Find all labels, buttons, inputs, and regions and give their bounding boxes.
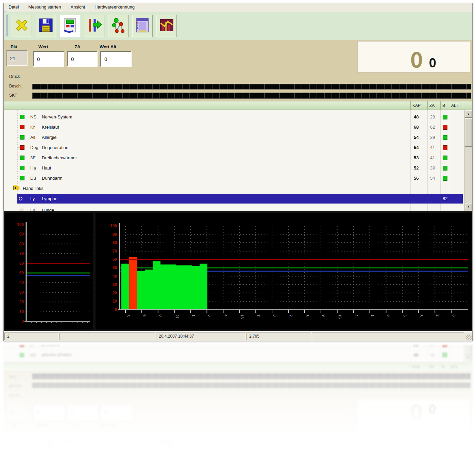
menu-item-hardwareerkennung[interactable]: Hardwareerkennung	[94, 463, 134, 468]
probe-button[interactable]	[84, 15, 104, 37]
menu-item-ansicht[interactable]: Ansicht	[70, 4, 85, 10]
vertical-scrollbar[interactable]: ▲ ▼	[464, 110, 472, 211]
row-za-value: 62	[430, 345, 439, 347]
row-code: Lu	[30, 208, 35, 211]
row-za-value: 62	[430, 125, 440, 130]
wert-value: 0	[37, 56, 40, 62]
svg-text:21: 21	[175, 314, 179, 319]
table-row[interactable]: NSNerven-System4828	[3, 350, 473, 360]
resize-grip[interactable]	[466, 335, 472, 340]
svg-text:8: 8	[159, 314, 163, 317]
folder-icon	[13, 186, 19, 190]
cancel-icon	[13, 17, 30, 35]
svg-text:8: 8	[273, 314, 277, 317]
cancel-button[interactable]	[11, 435, 32, 457]
menu-item-datei[interactable]: Datei	[8, 4, 19, 10]
scroll-up-button[interactable]: ▲	[464, 354, 472, 362]
screen: DateiMessung startenAnsichtHardwareerken…	[0, 0, 476, 469]
chart-icon	[158, 17, 175, 35]
svg-text:50: 50	[113, 265, 117, 270]
menu-item-hardwareerkennung[interactable]: Hardwareerkennung	[95, 4, 135, 10]
druck-label: Druck	[9, 74, 20, 79]
device-button[interactable]	[60, 435, 80, 457]
row-code: NS	[30, 114, 36, 119]
table-row[interactable]: KrKreislauf6862	[4, 122, 472, 132]
menu-item-messung-starten[interactable]: Messung starten	[28, 463, 61, 468]
wert-input[interactable]: 0	[33, 51, 64, 67]
svg-text:1: 1	[191, 314, 196, 317]
beschl-label: Beschl.	[9, 84, 22, 88]
svg-text:8: 8	[419, 314, 423, 317]
wert-alt-input[interactable]: 0	[100, 51, 132, 67]
toolbar-grip[interactable]	[6, 15, 8, 36]
table-row[interactable]: NSNerven-System4828	[4, 112, 472, 122]
row-kap-value: 54	[414, 145, 425, 150]
row-za-value: 28	[430, 114, 440, 119]
tree-button[interactable]	[108, 435, 128, 457]
point-value-box: 21	[6, 50, 28, 66]
wert-alt-value: 0	[104, 56, 107, 62]
row-za-value: 39	[430, 165, 440, 171]
point-label: Pkt	[11, 44, 17, 49]
row-name: Lymphe	[42, 196, 57, 201]
cancel-button[interactable]	[12, 15, 32, 37]
probe-button[interactable]	[84, 435, 104, 457]
row-za-value: 41	[430, 145, 440, 150]
svg-text:0: 0	[115, 307, 117, 312]
table-row[interactable]: HaHaut5239	[4, 163, 472, 173]
report-button[interactable]	[132, 435, 152, 457]
measurement-panel: Pkt 21 Wert 0 ZA 0 Wert Alt 0 0 0 Druck …	[3, 371, 473, 432]
table-row[interactable]: DegDegeneration5441	[4, 143, 472, 153]
row-name: Nerven-System	[41, 353, 72, 358]
scroll-down-button[interactable]: ▼	[465, 203, 472, 210]
probe-icon	[85, 437, 102, 455]
selected-row-lymphe[interactable]: Ly Lymphe 82	[17, 194, 463, 204]
za-input[interactable]: 0	[67, 51, 98, 67]
device-icon	[61, 437, 78, 455]
partial-row-lunge[interactable]: Lu Lunge	[4, 205, 472, 211]
vertical-scrollbar[interactable]: ▲ ▼	[464, 345, 472, 362]
row-za-value: 39	[430, 135, 440, 140]
row-name: Dünndarm	[42, 176, 63, 181]
scrollbar-thumb[interactable]	[465, 118, 472, 147]
row-name: Lunge	[42, 208, 54, 211]
chart-button[interactable]	[156, 435, 176, 457]
svg-text:8: 8	[387, 314, 391, 317]
row-code: Ha	[30, 165, 36, 171]
row-code: Deg	[30, 145, 38, 150]
row-code: NS	[30, 353, 36, 358]
table-row[interactable]: DüDünndarm5654	[4, 173, 472, 183]
menu-item-messung-starten[interactable]: Messung starten	[28, 4, 61, 10]
chart-button[interactable]	[156, 15, 177, 37]
status-bar: 2 20.4.2007 10:44:37 2,795	[4, 331, 472, 341]
scroll-up-button[interactable]: ▲	[465, 110, 472, 118]
za-input[interactable]: 0	[67, 405, 97, 421]
background-window-edge	[3, 357, 7, 469]
wert-label: Wert	[38, 423, 48, 428]
tree-button[interactable]	[108, 15, 129, 37]
table-row[interactable]: AllAllergie5439	[4, 132, 472, 143]
svg-text:8: 8	[305, 314, 309, 317]
za-value: 0	[71, 56, 74, 62]
wert-input[interactable]: 0	[33, 405, 64, 421]
row-b-square-icon	[443, 145, 447, 150]
value-display: 0 0	[357, 400, 470, 431]
table-row[interactable]: KrKreislauf6862	[3, 345, 473, 350]
device-button[interactable]	[60, 15, 80, 37]
row-code: Kr	[30, 125, 35, 130]
menu-item-datei[interactable]: Datei	[8, 463, 18, 468]
save-button[interactable]	[35, 435, 56, 457]
scrollbar-thumb[interactable]	[464, 345, 472, 354]
wert-alt-input[interactable]: 0	[100, 405, 131, 421]
tree-node-icon	[19, 197, 22, 200]
row-code: Kr	[30, 345, 34, 347]
report-button[interactable]	[132, 15, 153, 37]
menu-item-ansicht[interactable]: Ansicht	[70, 463, 85, 468]
svg-text:90: 90	[19, 232, 24, 237]
toolbar-grip[interactable]	[6, 436, 7, 457]
save-button[interactable]	[36, 15, 56, 37]
group-row-hand-links[interactable]: Hand links	[4, 183, 472, 194]
row-b-square-icon	[443, 125, 447, 130]
table-row[interactable]: 3EDreifacherwärmer5341	[4, 153, 472, 163]
svg-text:20: 20	[19, 300, 24, 304]
